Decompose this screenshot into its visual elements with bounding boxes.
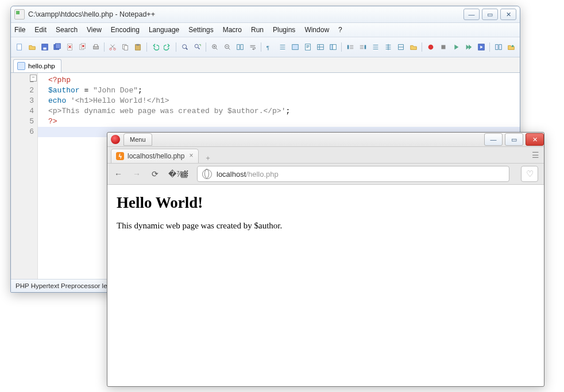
maximize-button[interactable]: ▭: [482, 9, 498, 20]
npp-window-controls: — ▭ ✕: [463, 9, 516, 20]
minimize-button[interactable]: —: [463, 9, 480, 20]
notepadpp-window: C:\xampp\htdocs\hello.php - Notepad++ — …: [10, 6, 520, 23]
notepadpp-icon: [14, 9, 25, 20]
npp-titlebar[interactable]: C:\xampp\htdocs\hello.php - Notepad++ — …: [11, 6, 520, 23]
close-button[interactable]: ✕: [500, 9, 516, 20]
npp-title: C:\xampp\htdocs\hello.php - Notepad++: [28, 10, 463, 18]
